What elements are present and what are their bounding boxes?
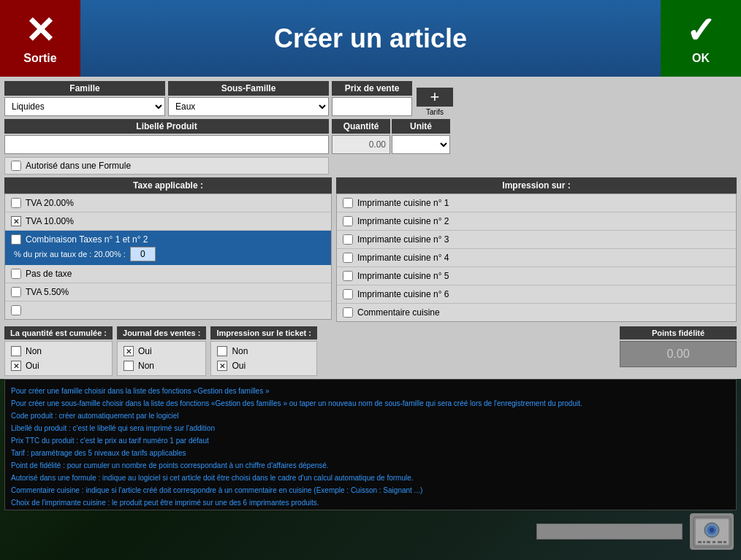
row1: Famille Liquides Solides Boissons Sous-F… — [4, 81, 737, 116]
unite-select[interactable] — [392, 135, 450, 154]
quantite-input[interactable] — [332, 135, 390, 154]
taxe-label-tva20: TVA 20.00% — [26, 198, 74, 208]
taxe-label-combinaison: Combinaison Taxes n° 1 et n° 2 — [26, 234, 148, 245]
exit-label: Sortie — [23, 52, 56, 65]
info-area: Pour créer une famille choisir dans la l… — [4, 379, 737, 510]
journal-non-label: Non — [138, 361, 154, 371]
impression-list: Imprimante cuisine n° 1 Imprimante cuisi… — [336, 193, 737, 322]
impression-label-4: Imprimante cuisine n° 4 — [357, 253, 449, 263]
autorise-checkbox[interactable] — [11, 161, 21, 171]
taxe-checkbox-combinaison[interactable] — [11, 234, 21, 245]
tarifs-label: Tarifs — [417, 108, 453, 116]
quantite-non-label: Non — [26, 346, 42, 356]
impression-label-5: Imprimante cuisine n° 5 — [357, 271, 449, 281]
taxe-panel: Taxe applicable : TVA 20.00% ✕ TVA 10.00… — [4, 177, 332, 322]
qte-group: Quantité — [332, 119, 390, 154]
journal-oui-item: ✕ Oui — [123, 344, 200, 358]
info-line-2: Pour créer une sous-famille choisir dans… — [11, 398, 730, 409]
tarifs-group: + Tarifs — [417, 88, 453, 116]
info-line-10: Choix de l'imprimante cuisine : le produ… — [11, 497, 730, 508]
info-line-6: Tarif : paramétrage des 5 niveaux de tar… — [11, 448, 730, 459]
taxe-check-tva10: ✕ — [11, 216, 21, 226]
impression-checkbox-2[interactable] — [343, 216, 353, 226]
form-section: Famille Liquides Solides Boissons Sous-F… — [0, 77, 741, 323]
libelle-group: Libellé Produit — [4, 119, 329, 154]
taxe-checkbox-empty[interactable] — [11, 305, 21, 315]
taxe-checkbox-tva20[interactable] — [11, 198, 21, 208]
main-container: ✕ Sortie Créer un article ✓ OK Famille L… — [0, 0, 741, 560]
taxe-label-tva5: TVA 5.50% — [26, 287, 69, 297]
taux-label: % du prix au taux de : 20.00% : — [14, 250, 126, 258]
svg-rect-9 — [718, 541, 722, 543]
impression-panel: Impression sur : Imprimante cuisine n° 1… — [336, 177, 737, 322]
impression-ticket-options: Non ✕ Oui — [210, 341, 317, 376]
quantite-non-item: Non — [11, 344, 106, 358]
autorise-row: Autorisé dans une Formule — [4, 157, 329, 174]
scanner-icon — [690, 513, 734, 550]
impression-label-1: Imprimante cuisine n° 1 — [357, 198, 449, 208]
taxe-checkbox-pas-taxe[interactable] — [11, 269, 21, 279]
taxe-header: Taxe applicable : — [4, 177, 332, 193]
unite-label: Unité — [392, 119, 450, 134]
famille-select[interactable]: Liquides Solides Boissons — [4, 97, 165, 116]
ticket-oui-check: ✕ — [217, 361, 227, 371]
taxe-checkbox-tva5[interactable] — [11, 287, 21, 297]
ticket-non-label: Non — [232, 346, 248, 356]
qte-unite-section: Quantité Unité — [332, 119, 450, 154]
famille-label: Famille — [4, 81, 165, 96]
taxe-list: TVA 20.00% ✕ TVA 10.00% Combinaison Taxe… — [4, 193, 332, 320]
impression-checkbox-6[interactable] — [343, 289, 353, 299]
quantite-cumulee-header: La quantité est cumulée : — [4, 326, 113, 340]
exit-button[interactable]: ✕ Sortie — [0, 0, 80, 77]
scanner-svg — [692, 515, 732, 548]
impression-checkbox-3[interactable] — [343, 234, 353, 245]
ticket-non-item: Non — [217, 344, 311, 358]
quantite-label: Quantité — [332, 119, 390, 134]
combinaison-taux-row: % du prix au taux de : 20.00% : — [11, 247, 325, 261]
page-title: Créer un article — [274, 23, 467, 54]
libelle-input[interactable] — [4, 135, 329, 154]
prix-vente-input[interactable]: 0.000 — [332, 97, 412, 116]
footer-area — [0, 510, 741, 553]
impression-label-2: Imprimante cuisine n° 2 — [357, 216, 449, 226]
ticket-oui-label: Oui — [232, 361, 246, 371]
impression-checkbox-5[interactable] — [343, 271, 353, 281]
bottom-section: La quantité est cumulée : Non ✕ Oui Jour… — [0, 323, 741, 379]
check-icon: ✓ — [685, 12, 716, 49]
journal-ventes-header: Journal des ventes : — [117, 326, 206, 340]
header: ✕ Sortie Créer un article ✓ OK — [0, 0, 741, 77]
sous-famille-select[interactable]: Eaux Jus Sodas — [168, 97, 329, 116]
ok-button[interactable]: ✓ OK — [661, 0, 741, 77]
impression-label-3: Imprimante cuisine n° 3 — [357, 234, 449, 245]
taxe-item-tva20: TVA 20.00% — [5, 194, 331, 212]
impression-item-4: Imprimante cuisine n° 4 — [337, 249, 736, 267]
taxe-label-tva10: TVA 10.00% — [26, 216, 74, 226]
famille-group: Famille Liquides Solides Boissons — [4, 81, 165, 116]
taxe-label-pas-taxe: Pas de taxe — [26, 269, 72, 279]
taux-input[interactable] — [130, 247, 156, 261]
ticket-oui-item: ✕ Oui — [217, 358, 311, 373]
taxe-item-combinaison: Combinaison Taxes n° 1 et n° 2 % du prix… — [5, 231, 331, 265]
impression-header: Impression sur : — [336, 177, 737, 193]
svg-rect-7 — [707, 541, 710, 543]
sous-famille-label: Sous-Famille — [168, 81, 329, 96]
plus-icon: + — [430, 88, 440, 107]
svg-rect-5 — [698, 541, 702, 543]
points-fidelite-group: Points fidélité 0.00 — [620, 326, 737, 367]
tarifs-button[interactable]: + — [417, 88, 453, 107]
impression-checkbox-4[interactable] — [343, 253, 353, 263]
impression-item-comm: Commentaire cuisine — [337, 304, 736, 321]
autorise-label: Autorisé dans une Formule — [26, 161, 131, 171]
impression-checkbox-1[interactable] — [343, 198, 353, 208]
impression-checkbox-comm[interactable] — [343, 307, 353, 318]
quantite-cumulee-options: Non ✕ Oui — [4, 341, 113, 376]
journal-oui-label: Oui — [138, 346, 152, 356]
info-line-5: Prix TTC du produit : c'est le prix au t… — [11, 435, 730, 446]
barcode-input[interactable] — [536, 523, 683, 540]
journal-non-item: Non — [123, 358, 200, 373]
journal-non-check — [123, 361, 134, 371]
ok-label: OK — [692, 52, 710, 65]
journal-ventes-options: ✕ Oui Non — [117, 341, 206, 376]
combinaison-row1: Combinaison Taxes n° 1 et n° 2 — [11, 234, 325, 245]
quantite-non-check — [11, 346, 21, 356]
